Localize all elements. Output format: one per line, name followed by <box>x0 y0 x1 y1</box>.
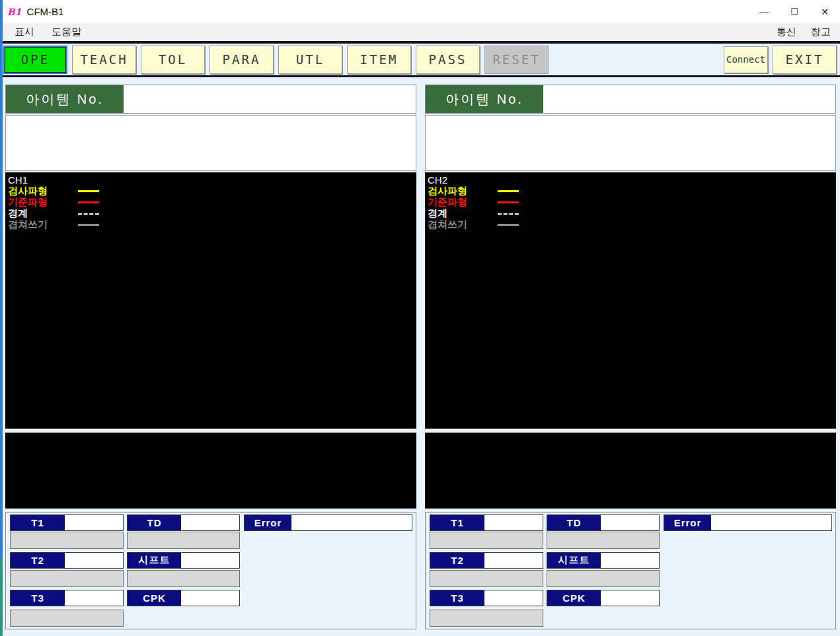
menu-right-group: 통신 참고 <box>762 26 831 38</box>
legend-boundary-line <box>78 213 99 215</box>
legend-overwrite-line <box>498 224 519 226</box>
channel-label-ch2: CH2 <box>428 174 447 186</box>
t2-status-box-ch2 <box>430 570 543 587</box>
t2-value-ch2[interactable] <box>484 553 543 568</box>
t1-label-ch2: T1 <box>430 515 484 530</box>
shift-group-ch1: 시프트 <box>127 552 240 569</box>
legend-row-test: 검사파형 <box>8 186 416 197</box>
toolbar: OPE TEACH TOL PARA UTL ITEM PASS RESET C… <box>0 44 840 77</box>
shift-status-box-ch2 <box>547 570 660 587</box>
item-no-field-ch1[interactable] <box>124 85 416 113</box>
legend-row-reference: 기준파형 <box>8 197 416 208</box>
menu-item-comm[interactable]: 통신 <box>777 26 796 38</box>
t3-label-ch2: T3 <box>430 590 484 606</box>
error-label-ch1: Error <box>245 515 291 530</box>
td-value-ch2[interactable] <box>601 515 659 530</box>
pass-button[interactable]: PASS <box>416 46 480 74</box>
legend-reference-waveform-line <box>498 201 519 203</box>
t3-group-ch2: T3 <box>430 590 543 606</box>
cpk-value-ch1[interactable] <box>181 590 239 606</box>
error-value-ch2[interactable] <box>711 515 831 530</box>
td-label-ch2: TD <box>547 515 601 530</box>
item-no-field-ch2[interactable] <box>543 85 835 113</box>
t3-label-ch1: T3 <box>11 590 65 606</box>
exit-button[interactable]: EXIT <box>773 46 837 74</box>
item-no-header-ch1: 아이템 No. <box>5 85 416 114</box>
t1-group-ch1: T1 <box>10 514 124 531</box>
td-status-box-ch1 <box>127 532 240 549</box>
desktop-edge-strip <box>0 0 3 636</box>
t3-status-box-ch2 <box>430 610 543 627</box>
reset-button: RESET <box>484 46 549 74</box>
legend-row-boundary: 경계 <box>8 208 416 219</box>
error-value-ch1[interactable] <box>291 515 412 530</box>
legend-row-boundary: 경계 <box>428 208 836 219</box>
info-box-ch2 <box>425 115 836 171</box>
t1-status-box-ch1 <box>10 532 124 549</box>
main-area: 아이템 No. CH1 검사파형 기준파형 경계 겹쳐쓰기 <box>0 77 840 629</box>
title-bar: B1 CFM-B1 — ☐ ✕ <box>0 0 840 23</box>
app-icon: B1 <box>7 7 22 17</box>
td-group-ch1: TD <box>127 514 240 531</box>
connect-button[interactable]: Connect <box>724 46 768 73</box>
error-label-ch2: Error <box>664 515 711 530</box>
result-strip-ch1 <box>5 433 416 509</box>
t1-label-ch1: T1 <box>11 515 65 530</box>
t1-value-ch1[interactable] <box>65 515 123 530</box>
shift-status-box-ch1 <box>127 570 240 587</box>
item-no-header-ch2: 아이템 No. <box>425 85 836 114</box>
ope-button[interactable]: OPE <box>3 46 67 74</box>
waveform-chart-ch1: CH1 검사파형 기준파형 경계 겹쳐쓰기 <box>5 172 416 429</box>
legend-row-overwrite: 겹쳐쓰기 <box>428 219 836 230</box>
menu-item-ref[interactable]: 참고 <box>811 26 831 38</box>
t2-label-ch2: T2 <box>430 553 484 568</box>
legend-overwrite-line <box>78 224 99 226</box>
teach-button[interactable]: TEACH <box>72 46 136 74</box>
td-label-ch1: TD <box>128 515 181 530</box>
cpk-label-ch2: CPK <box>547 590 601 606</box>
window-title: CFM-B1 <box>27 6 64 17</box>
legend-row-reference: 기준파형 <box>428 197 836 208</box>
maximize-button[interactable]: ☐ <box>779 0 810 23</box>
cpk-group-ch1: CPK <box>127 590 240 606</box>
menu-bar: 표시 도움말 통신 참고 <box>0 23 840 44</box>
utl-button[interactable]: UTL <box>278 46 342 74</box>
t3-value-ch1[interactable] <box>65 590 123 606</box>
t1-value-ch2[interactable] <box>484 515 543 530</box>
para-button[interactable]: PARA <box>210 46 274 74</box>
error-group-ch1: Error <box>244 514 412 531</box>
item-button[interactable]: ITEM <box>347 46 411 74</box>
minimize-button[interactable]: — <box>749 0 779 23</box>
menu-item-help[interactable]: 도움말 <box>52 26 81 38</box>
error-group-ch2: Error <box>664 514 832 531</box>
item-no-label-ch2: 아이템 No. <box>426 85 543 113</box>
legend-test-waveform-line <box>498 190 519 192</box>
t2-label-ch1: T2 <box>11 553 65 568</box>
shift-label-ch2: 시프트 <box>547 553 601 568</box>
channel-label-ch1: CH1 <box>8 174 28 186</box>
tol-button[interactable]: TOL <box>141 46 205 74</box>
legend-row-test: 검사파형 <box>428 186 836 197</box>
channel-2-panel: 아이템 No. CH2 검사파형 기준파형 경계 겹쳐쓰기 <box>425 85 836 629</box>
item-no-label-ch1: 아이템 No. <box>6 85 124 113</box>
t3-value-ch2[interactable] <box>484 590 543 606</box>
t2-group-ch2: T2 <box>430 552 543 569</box>
t3-group-ch1: T3 <box>10 590 124 606</box>
cpk-group-ch2: CPK <box>547 590 660 606</box>
legend-overwrite-label: 겹쳐쓰기 <box>8 219 74 231</box>
td-value-ch1[interactable] <box>181 515 239 530</box>
t1-group-ch2: T1 <box>430 514 543 531</box>
menu-item-display[interactable]: 표시 <box>15 26 34 38</box>
t2-value-ch1[interactable] <box>65 553 123 568</box>
legend-overwrite-label: 겹쳐쓰기 <box>428 219 494 231</box>
shift-value-ch2[interactable] <box>601 553 659 568</box>
info-box-ch1 <box>5 115 416 171</box>
legend-boundary-line <box>498 213 519 215</box>
shift-value-ch1[interactable] <box>181 553 239 568</box>
waveform-chart-ch2: CH2 검사파형 기준파형 경계 겹쳐쓰기 <box>425 172 836 429</box>
cpk-value-ch2[interactable] <box>601 590 659 606</box>
close-button[interactable]: ✕ <box>810 0 840 23</box>
t2-status-box-ch1 <box>10 570 124 587</box>
shift-group-ch2: 시프트 <box>547 552 660 569</box>
td-status-box-ch2 <box>547 532 660 549</box>
